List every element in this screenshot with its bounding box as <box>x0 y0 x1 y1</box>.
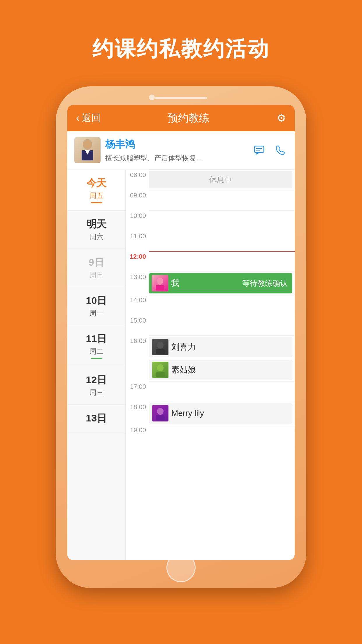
main-content: 今天 周五 明天 周六 9日 周日 10日 周一 <box>67 169 295 560</box>
date-tomorrow-weekday: 周六 <box>89 232 103 242</box>
date-item-today[interactable]: 今天 周五 <box>67 169 125 211</box>
timeslot-1300[interactable]: 13:00 我 等待教练确认 <box>126 272 295 295</box>
timeline-0900 <box>149 190 295 210</box>
date-9-weekday: 周日 <box>89 270 103 280</box>
timeline-1000 <box>149 210 295 231</box>
trainer-name: 杨丰鸿 <box>105 138 252 151</box>
phone-button[interactable] <box>273 143 288 158</box>
timeslot-1700: 17:00 <box>126 381 295 402</box>
time-0800: 08:00 <box>126 169 149 179</box>
timeline-0800: 休息中 <box>149 169 295 190</box>
timeslot-0900: 09:00 <box>126 190 295 210</box>
timeslot-1100: 11:00 <box>126 231 295 251</box>
timeline-1900 <box>149 425 295 445</box>
booking-avatar-su <box>152 362 168 378</box>
date-item-12[interactable]: 12日 周三 <box>67 366 125 405</box>
time-1200: 12:00 <box>126 251 149 260</box>
schedule-area: 08:00 休息中 09:00 10:00 11:00 <box>126 169 295 560</box>
time-1900: 19:00 <box>126 425 149 434</box>
today-underline <box>91 202 102 203</box>
time-1600: 16:00 <box>126 335 149 345</box>
message-button[interactable] <box>252 143 267 158</box>
timeline-1800: Merry lily <box>149 402 295 425</box>
app-header: ‹ 返回 预约教练 ⚙ <box>67 105 295 131</box>
svg-point-9 <box>157 278 163 285</box>
date-item-13[interactable]: 13日 <box>67 405 125 433</box>
svg-rect-16 <box>156 415 165 421</box>
trainer-profile: 杨丰鸿 擅长减脂塑型、产后体型恢复... <box>67 131 295 169</box>
home-button[interactable] <box>166 553 196 582</box>
date-9-label: 9日 <box>89 256 104 269</box>
booking-avatar-liu <box>152 339 168 355</box>
date-11-label: 11日 <box>86 332 107 346</box>
page-title: 约课约私教约活动 <box>92 35 270 63</box>
date-item-tomorrow[interactable]: 明天 周六 <box>67 211 125 249</box>
rest-block: 休息中 <box>149 171 292 188</box>
svg-rect-14 <box>156 372 165 377</box>
timeslot-1400: 14:00 <box>126 295 295 315</box>
booking-name-su: 素姑娘 <box>171 364 196 375</box>
svg-rect-10 <box>156 285 164 290</box>
timeline-1100 <box>149 231 295 251</box>
time-1000: 10:00 <box>126 210 149 220</box>
svg-point-15 <box>157 408 164 415</box>
timeslot-1600: 16:00 刘喜力 <box>126 335 295 381</box>
day11-underline <box>91 358 102 359</box>
date-sidebar: 今天 周五 明天 周六 9日 周日 10日 周一 <box>67 169 126 560</box>
booking-name-me: 我 <box>171 278 179 289</box>
date-10-label: 10日 <box>86 294 107 307</box>
date-13-label: 13日 <box>86 412 107 425</box>
date-tomorrow-label: 明天 <box>87 218 106 231</box>
date-today-label: 今天 <box>87 176 106 190</box>
timeline-1700 <box>149 381 295 402</box>
timeline-1600: 刘喜力 素姑娘 <box>149 335 295 381</box>
date-12-weekday: 周三 <box>89 388 103 397</box>
svg-rect-6 <box>254 146 264 153</box>
time-1400: 14:00 <box>126 295 149 304</box>
date-item-9[interactable]: 9日 周日 <box>67 249 125 287</box>
phone-mockup: ‹ 返回 预约教练 ⚙ 杨丰鸿 擅长减脂塑型、产后体型 <box>56 86 306 588</box>
date-today-weekday: 周五 <box>89 191 103 200</box>
timeline-1300: 我 等待教练确认 <box>149 272 295 295</box>
time-1800: 18:00 <box>126 402 149 411</box>
booking-merry[interactable]: Merry lily <box>149 403 292 424</box>
booking-liu[interactable]: 刘喜力 <box>149 337 292 357</box>
phone-screen: ‹ 返回 预约教练 ⚙ 杨丰鸿 擅长减脂塑型、产后体型 <box>67 105 295 560</box>
time-1500: 15:00 <box>126 315 149 324</box>
time-1700: 17:00 <box>126 381 149 391</box>
timeslot-1500: 15:00 <box>126 315 295 335</box>
booking-avatar-me <box>152 275 168 291</box>
trainer-avatar <box>74 137 101 163</box>
svg-point-3 <box>84 141 91 148</box>
date-item-11[interactable]: 11日 周二 <box>67 325 125 366</box>
booking-status: 等待教练确认 <box>242 278 288 288</box>
time-1100: 11:00 <box>126 231 149 240</box>
timeslot-1000: 10:00 <box>126 210 295 231</box>
date-11-weekday: 周二 <box>89 347 103 356</box>
booking-su[interactable]: 素姑娘 <box>149 360 292 380</box>
date-item-10[interactable]: 10日 周一 <box>67 287 125 325</box>
booking-pending[interactable]: 我 等待教练确认 <box>149 273 292 293</box>
header-title: 预约教练 <box>168 111 210 125</box>
booking-avatar-merry <box>152 405 168 421</box>
svg-point-11 <box>157 342 164 349</box>
svg-point-13 <box>157 364 164 371</box>
timeline-1200 <box>149 251 295 272</box>
timeslot-1800: 18:00 Merry lily <box>126 402 295 425</box>
timeline-1500 <box>149 315 295 335</box>
back-chevron-icon: ‹ <box>76 112 80 124</box>
phone-speaker <box>155 97 207 99</box>
svg-rect-5 <box>89 151 92 158</box>
timeslot-1900: 19:00 <box>126 425 295 445</box>
time-0900: 09:00 <box>126 190 149 199</box>
date-12-label: 12日 <box>86 373 107 387</box>
date-10-weekday: 周一 <box>89 309 103 318</box>
booking-name-merry: Merry lily <box>171 409 204 418</box>
trainer-desc: 擅长减脂塑型、产后体型恢复... <box>105 153 252 163</box>
timeslot-0800: 08:00 休息中 <box>126 169 295 190</box>
back-button[interactable]: ‹ 返回 <box>76 112 101 125</box>
svg-rect-12 <box>156 349 165 354</box>
person-settings-icon[interactable]: ⚙ <box>277 112 286 124</box>
trainer-actions <box>252 143 288 158</box>
phone-camera <box>149 94 155 100</box>
